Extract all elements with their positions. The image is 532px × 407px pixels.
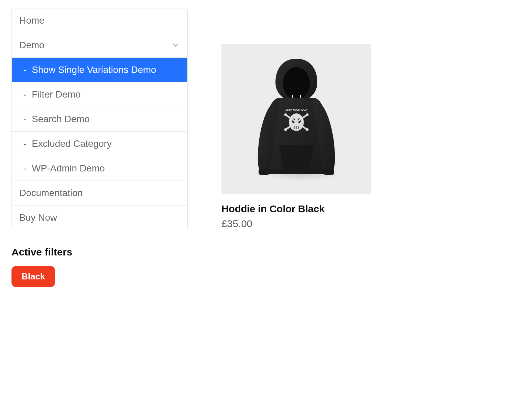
nav-label-home: Home [19, 15, 45, 26]
nav-menu: Home Demo - Show Single Variations Demo … [11, 8, 188, 230]
product-title: Hoddie in Color Black [221, 203, 371, 215]
dash-icon: - [23, 163, 26, 174]
svg-point-1 [283, 67, 310, 100]
main-content: SHIP YOUR IDEA Hoddie in Color Black £35… [221, 8, 521, 287]
svg-point-19 [306, 113, 309, 116]
nav-label-buy-now: Buy Now [19, 212, 57, 223]
hoodie-icon: SHIP YOUR IDEA [249, 55, 344, 183]
nav-sublabel: Show Single Variations Demo [32, 64, 156, 75]
svg-rect-7 [323, 169, 334, 175]
svg-point-18 [284, 113, 287, 116]
dash-icon: - [23, 89, 26, 100]
nav-sublabel: Search Demo [32, 114, 89, 125]
nav-item-home[interactable]: Home [12, 8, 187, 33]
active-filters-section: Active filters Black [11, 246, 188, 287]
nav-subitem-search-demo[interactable]: - Search Demo [12, 107, 187, 132]
sidebar: Home Demo - Show Single Variations Demo … [11, 8, 188, 287]
svg-point-20 [284, 128, 287, 131]
chevron-down-icon [171, 41, 180, 50]
svg-rect-8 [269, 169, 324, 174]
product-image: SHIP YOUR IDEA [221, 44, 371, 194]
dash-icon: - [23, 138, 26, 149]
nav-subitem-excluded-category[interactable]: - Excluded Category [12, 132, 187, 156]
nav-item-demo[interactable]: Demo [12, 33, 187, 58]
dash-icon: - [23, 64, 26, 75]
nav-sublabel: Filter Demo [32, 89, 81, 100]
filters-heading: Active filters [11, 246, 188, 258]
nav-sublabel: Excluded Category [32, 138, 112, 149]
svg-rect-6 [259, 169, 269, 175]
nav-subitem-filter-demo[interactable]: - Filter Demo [12, 82, 187, 107]
nav-sublabel: WP-Admin Demo [32, 163, 105, 174]
svg-point-21 [306, 128, 309, 131]
nav-item-documentation[interactable]: Documentation [12, 181, 187, 206]
nav-label-documentation: Documentation [19, 188, 83, 198]
product-price: £35.00 [221, 218, 371, 229]
nav-subitem-show-single-variations[interactable]: - Show Single Variations Demo [12, 58, 187, 82]
nav-item-buy-now[interactable]: Buy Now [12, 206, 187, 230]
filter-chip-label: Black [22, 271, 45, 281]
nav-label-demo: Demo [19, 40, 45, 51]
product-card[interactable]: SHIP YOUR IDEA Hoddie in Color Black £35… [221, 44, 371, 229]
nav-subitem-wpadmin-demo[interactable]: - WP-Admin Demo [12, 156, 187, 181]
dash-icon: - [23, 114, 26, 125]
svg-text:SHIP YOUR IDEA: SHIP YOUR IDEA [285, 108, 307, 111]
filter-chip-black[interactable]: Black [11, 266, 55, 287]
